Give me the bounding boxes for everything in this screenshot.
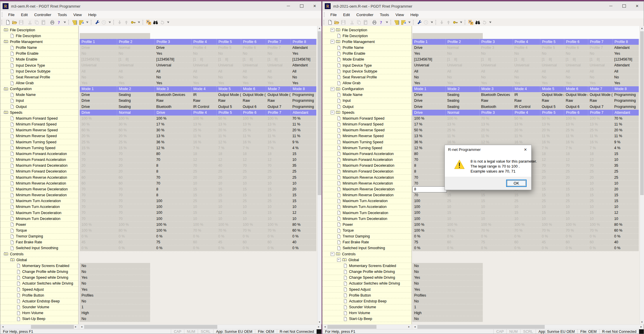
grid-cell[interactable]: 8 xyxy=(155,192,191,198)
grid-cell[interactable]: 25 xyxy=(612,169,639,175)
grid-cell[interactable]: 15 xyxy=(291,192,316,198)
tree-item-power[interactable]: Power xyxy=(0,222,78,228)
grid-cell[interactable]: 0 % xyxy=(241,234,266,240)
grid-cell[interactable]: All xyxy=(191,68,216,74)
grid-cell[interactable]: Universal xyxy=(266,63,291,68)
grid-cell[interactable]: 100 xyxy=(155,210,191,216)
grid-cell[interactable]: 0 % xyxy=(588,234,612,240)
tree-item-horn-volume[interactable]: Horn Volume xyxy=(322,310,412,316)
tree-item-change-speed-while-driving[interactable]: Change Speed while Driving xyxy=(0,275,78,281)
tree-item-maximum-reverse-acceleration[interactable]: Maximum Reverse Acceleration xyxy=(322,175,412,180)
grid-cell[interactable]: 10 xyxy=(612,216,639,222)
tree-item-maximum-reverse-speed[interactable]: Maximum Reverse Speed xyxy=(322,128,412,133)
grid-cell[interactable]: Drive xyxy=(80,45,117,51)
grid-cell[interactable]: 15 xyxy=(216,198,241,204)
grid-cell[interactable]: 15 xyxy=(564,192,588,198)
grid-cell[interactable]: 70 % xyxy=(540,228,564,233)
grid-cell[interactable]: 60 xyxy=(513,240,540,245)
tree-item-controls[interactable]: Controls xyxy=(322,251,412,257)
grid-cell[interactable]: 70 xyxy=(155,157,191,163)
grid-cell[interactable]: 12 xyxy=(564,157,588,163)
grid-cell[interactable]: 16 % xyxy=(241,139,266,145)
grid-cell[interactable]: 18 xyxy=(588,151,612,157)
grid-cell[interactable]: No xyxy=(540,74,564,80)
grid-cell[interactable]: 16 % xyxy=(266,139,291,145)
print-button[interactable] xyxy=(371,19,378,25)
grid-cell[interactable]: 11 % xyxy=(216,133,241,139)
minimize-button[interactable] xyxy=(604,1,617,11)
grid-cell[interactable]: 60 xyxy=(80,180,117,186)
tree-item-minimum-turn-acceleration[interactable]: Minimum Turn Acceleration xyxy=(322,204,412,210)
grid-cell[interactable]: 13 % xyxy=(241,122,266,128)
grid-cell[interactable]: 10 xyxy=(241,180,266,186)
grid-cell[interactable]: 15 xyxy=(540,210,564,216)
grid-cell[interactable]: 15 xyxy=(612,192,639,198)
grid-cell[interactable]: 20 xyxy=(291,186,316,192)
grid-cell[interactable]: 60 % xyxy=(291,228,316,233)
tree-item-momentary-screens-enabled[interactable]: Momentary Screens Enabled xyxy=(0,263,78,269)
grid-cell[interactable]: Programming xyxy=(291,92,316,98)
tree-item-output[interactable]: Output xyxy=(322,104,412,110)
tree-item-input-device-type[interactable]: Input Device Type xyxy=(0,63,78,68)
grid-cell[interactable]: 0 % xyxy=(216,234,241,240)
scroll-right-arrow[interactable]: ► xyxy=(317,325,321,329)
grid-cell[interactable]: Yes xyxy=(117,80,155,86)
grid-cell[interactable]: 36 % xyxy=(155,139,191,145)
grid-cell[interactable]: Raw xyxy=(241,98,266,104)
grid-cell[interactable]: Seating xyxy=(117,92,155,98)
grid-cell[interactable]: 70 xyxy=(80,216,117,222)
grid-cell[interactable]: 0 % xyxy=(540,234,564,240)
grid-cell[interactable]: Raw xyxy=(479,98,513,104)
grid-cell[interactable]: 11 % xyxy=(291,133,316,139)
grid-cell[interactable]: 70 xyxy=(80,151,117,157)
help-button[interactable]: ? xyxy=(378,19,384,25)
grid-cell[interactable]: No xyxy=(479,51,513,57)
grid-cell[interactable]: 17 % xyxy=(155,122,191,128)
grid-cell[interactable]: Programming xyxy=(291,104,316,110)
grid-cell[interactable]: 20 xyxy=(216,175,241,180)
grid-cell[interactable]: 100 % xyxy=(412,222,445,228)
grid-cell[interactable]: 11 % xyxy=(612,133,639,139)
grid-cell[interactable]: 11 % xyxy=(241,133,266,139)
grid-cell[interactable]: 15 xyxy=(564,210,588,216)
grid-cell[interactable]: 35 xyxy=(612,163,639,169)
grid-cell[interactable]: 20 xyxy=(266,175,291,180)
maximize-button[interactable] xyxy=(617,1,631,11)
grid-cell[interactable]: 100 % xyxy=(540,222,564,228)
grid-cell[interactable]: Yes xyxy=(291,51,316,57)
grid-cell[interactable]: 70 % xyxy=(479,116,513,121)
grid-cell[interactable]: No xyxy=(412,281,483,287)
toolbar-overflow-button[interactable] xyxy=(407,19,411,25)
tree-item-momentary-screens-enabled[interactable]: Momentary Screens Enabled xyxy=(322,263,412,269)
grid-cell[interactable]: 100 % xyxy=(588,222,612,228)
tree-item-tremor-damping[interactable]: Tremor Damping xyxy=(0,234,78,240)
grid-cell[interactable]: Profile 5 xyxy=(540,45,564,51)
grid-cell[interactable]: 15 xyxy=(588,210,612,216)
grid-cell[interactable]: 70 % xyxy=(241,228,266,233)
grid-cell[interactable]: 25 xyxy=(445,198,479,204)
tree-item-actuator-endstop-beep[interactable]: Actuator Endstop Beep xyxy=(0,298,78,304)
grid-cell[interactable]: 100 % xyxy=(117,116,155,121)
grid-cell[interactable]: 15 xyxy=(445,192,479,198)
tree-item-maximum-forward-speed[interactable]: Maximum Forward Speed xyxy=(0,116,78,121)
toolbar-overflow-button[interactable] xyxy=(385,19,389,25)
grid-cell[interactable]: 50 % xyxy=(412,128,445,133)
grid-cell[interactable]: 12 xyxy=(216,210,241,216)
grid-cell[interactable]: 20 xyxy=(241,175,266,180)
tree-item-file-description[interactable]: File Description xyxy=(0,27,78,33)
grid-cell[interactable]: 12 xyxy=(191,157,216,163)
grid-cell[interactable]: 100 % xyxy=(155,228,191,233)
tree-item-maximum-reverse-acceleration[interactable]: Maximum Reverse Acceleration xyxy=(0,175,78,180)
grid-cell[interactable]: 15 xyxy=(191,210,216,216)
grid-cell[interactable]: Yes xyxy=(80,80,117,86)
tree-item-input-device-subtype[interactable]: Input Device Subtype xyxy=(322,68,412,74)
tree-item-configuration[interactable]: Configuration xyxy=(0,86,78,92)
grid-cell[interactable]: Profiles xyxy=(80,292,150,298)
grid-cell[interactable]: 0 % xyxy=(80,234,117,240)
grid-cell[interactable]: [1 8] xyxy=(241,57,266,63)
grid-cell[interactable]: 20 xyxy=(117,163,155,169)
grid-cell[interactable]: 13 % xyxy=(445,122,479,128)
grid-cell[interactable]: 15 xyxy=(241,192,266,198)
grid-cell[interactable] xyxy=(80,33,150,39)
grid-cell[interactable]: 10 xyxy=(588,204,612,210)
